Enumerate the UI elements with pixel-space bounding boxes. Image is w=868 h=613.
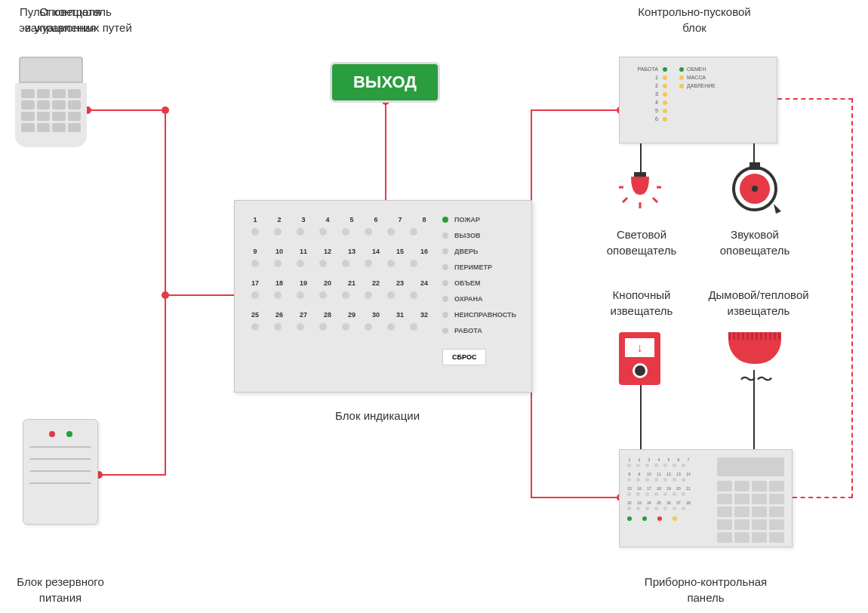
device-control-panel: 1234567 891011121314 15161718192021 2223… (619, 449, 793, 547)
label-sound: Звуковой оповещатель (713, 226, 796, 258)
svg-line-3 (623, 198, 627, 202)
label-light: Световой оповещатель (600, 226, 683, 258)
control-keypad (15, 57, 87, 155)
arrow-down-icon: ↓ (625, 338, 654, 357)
smoke-heat-detector (728, 332, 781, 370)
heat-wave-icon: 〜 (756, 368, 773, 391)
label-evac: Оповещатель эвакуационных путей (0, 4, 151, 35)
wire (165, 294, 235, 296)
call-point-button (633, 363, 648, 378)
backup-power (23, 419, 98, 525)
sound-notifier-icon (728, 162, 781, 215)
reset-button[interactable]: СБРОС (442, 349, 486, 365)
indication-block: 12345678 910111213141516 171819202122232… (234, 200, 532, 393)
wire-dashed (851, 98, 853, 498)
label-button-det: Кнопочный извещатель (600, 287, 683, 319)
launch-block: РАБОТА ОБМЕН 1 МАССА 2 ДАВЛЕНИЕ 3 4 5 6 (619, 57, 777, 143)
wire (531, 109, 621, 111)
svg-line-4 (653, 198, 657, 202)
wire-dashed (793, 497, 853, 498)
wire (385, 100, 386, 200)
wire (531, 497, 621, 498)
wire-black (640, 143, 642, 172)
wire (98, 474, 166, 476)
svg-rect-0 (634, 172, 646, 177)
label-backup: Блок резервного питания (0, 574, 121, 605)
label-launch: Контрольно-пусковой блок (611, 4, 777, 35)
label-device-panel: Приборно-контрольная панель (619, 574, 793, 605)
wire-node (162, 291, 169, 299)
wire-black (640, 385, 642, 449)
heat-wave-icon: 〜 (740, 368, 756, 391)
wire-node (162, 106, 169, 114)
manual-call-point: ↓ (619, 332, 660, 385)
label-smoke-det: Дымовой/тепловой извещатель (706, 287, 811, 319)
exit-sign: ВЫХОД (332, 64, 438, 100)
wire (87, 109, 166, 111)
indication-status-list: ПОЖАР ВЫЗОВ ДВЕРЬ ПЕРИМЕТР ОБЪЕМ ОХРАНА … (442, 216, 516, 377)
wire-dashed (777, 98, 853, 100)
svg-point-8 (752, 186, 758, 192)
light-notifier-icon (617, 172, 663, 217)
wire-black (753, 143, 755, 162)
label-indication: Блок индикации (302, 408, 453, 424)
svg-rect-9 (749, 162, 760, 170)
indication-zone-grid: 12345678 910111213141516 171819202122232… (250, 216, 431, 377)
